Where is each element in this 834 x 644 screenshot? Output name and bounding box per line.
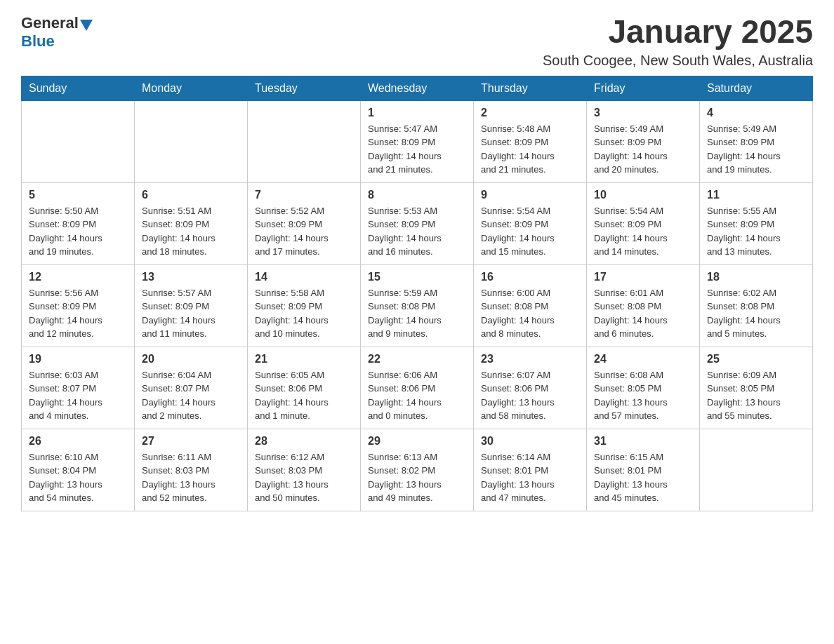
logo-general: General (21, 14, 79, 32)
day-info: Sunrise: 5:51 AMSunset: 8:09 PMDaylight:… (142, 204, 240, 259)
page-header: General Blue January 2025 South Coogee, … (21, 14, 813, 69)
weekday-header-sunday: Sunday (22, 76, 135, 100)
day-info: Sunrise: 5:53 AMSunset: 8:09 PMDaylight:… (368, 204, 466, 259)
day-info: Sunrise: 6:01 AMSunset: 8:08 PMDaylight:… (594, 286, 692, 341)
day-info: Sunrise: 6:00 AMSunset: 8:08 PMDaylight:… (481, 286, 579, 341)
calendar-cell: 3Sunrise: 5:49 AMSunset: 8:09 PMDaylight… (587, 100, 700, 182)
weekday-header-saturday: Saturday (700, 76, 813, 100)
calendar-cell (248, 100, 361, 182)
day-number: 30 (481, 435, 579, 448)
calendar-cell: 11Sunrise: 5:55 AMSunset: 8:09 PMDayligh… (700, 182, 813, 264)
logo-arrow-icon (80, 20, 93, 31)
weekday-header-monday: Monday (135, 76, 248, 100)
day-info: Sunrise: 6:12 AMSunset: 8:03 PMDaylight:… (255, 450, 353, 505)
calendar-week-2: 5Sunrise: 5:50 AMSunset: 8:09 PMDaylight… (22, 182, 813, 264)
day-info: Sunrise: 6:02 AMSunset: 8:08 PMDaylight:… (707, 286, 805, 341)
day-number: 23 (481, 353, 579, 365)
calendar-week-3: 12Sunrise: 5:56 AMSunset: 8:09 PMDayligh… (22, 264, 813, 347)
day-number: 5 (29, 189, 127, 201)
day-number: 18 (707, 271, 805, 283)
calendar-cell: 17Sunrise: 6:01 AMSunset: 8:08 PMDayligh… (587, 264, 700, 347)
day-info: Sunrise: 6:10 AMSunset: 8:04 PMDaylight:… (29, 450, 127, 505)
calendar-header-row: SundayMondayTuesdayWednesdayThursdayFrid… (22, 76, 813, 100)
calendar-cell: 4Sunrise: 5:49 AMSunset: 8:09 PMDaylight… (700, 100, 813, 182)
logo: General Blue (21, 14, 93, 51)
day-info: Sunrise: 6:15 AMSunset: 8:01 PMDaylight:… (594, 450, 692, 505)
day-info: Sunrise: 6:06 AMSunset: 8:06 PMDaylight:… (368, 368, 466, 423)
day-info: Sunrise: 5:49 AMSunset: 8:09 PMDaylight:… (594, 122, 692, 177)
day-info: Sunrise: 6:05 AMSunset: 8:06 PMDaylight:… (255, 368, 353, 423)
day-number: 22 (368, 353, 466, 365)
day-number: 2 (481, 107, 579, 119)
calendar-cell: 13Sunrise: 5:57 AMSunset: 8:09 PMDayligh… (135, 264, 248, 347)
day-number: 27 (142, 435, 240, 448)
day-number: 9 (481, 189, 579, 201)
calendar-week-4: 19Sunrise: 6:03 AMSunset: 8:07 PMDayligh… (22, 347, 813, 429)
day-number: 25 (707, 353, 805, 365)
day-info: Sunrise: 6:04 AMSunset: 8:07 PMDaylight:… (142, 368, 240, 423)
day-number: 10 (594, 189, 692, 201)
calendar-cell: 25Sunrise: 6:09 AMSunset: 8:05 PMDayligh… (700, 347, 813, 429)
calendar-cell: 15Sunrise: 5:59 AMSunset: 8:08 PMDayligh… (361, 264, 474, 347)
day-number: 14 (255, 271, 353, 283)
calendar-cell: 2Sunrise: 5:48 AMSunset: 8:09 PMDaylight… (474, 100, 587, 182)
day-info: Sunrise: 5:52 AMSunset: 8:09 PMDaylight:… (255, 204, 353, 259)
calendar-cell: 14Sunrise: 5:58 AMSunset: 8:09 PMDayligh… (248, 264, 361, 347)
weekday-header-tuesday: Tuesday (248, 76, 361, 100)
logo-blue: Blue (21, 32, 55, 50)
calendar-cell: 19Sunrise: 6:03 AMSunset: 8:07 PMDayligh… (22, 347, 135, 429)
calendar-cell: 20Sunrise: 6:04 AMSunset: 8:07 PMDayligh… (135, 347, 248, 429)
calendar-cell: 12Sunrise: 5:56 AMSunset: 8:09 PMDayligh… (22, 264, 135, 347)
calendar-cell: 31Sunrise: 6:15 AMSunset: 8:01 PMDayligh… (587, 429, 700, 511)
day-info: Sunrise: 5:49 AMSunset: 8:09 PMDaylight:… (707, 122, 805, 177)
calendar-cell: 29Sunrise: 6:13 AMSunset: 8:02 PMDayligh… (361, 429, 474, 511)
calendar-cell: 21Sunrise: 6:05 AMSunset: 8:06 PMDayligh… (248, 347, 361, 429)
day-number: 4 (707, 107, 805, 119)
calendar-cell: 23Sunrise: 6:07 AMSunset: 8:06 PMDayligh… (474, 347, 587, 429)
calendar-cell: 22Sunrise: 6:06 AMSunset: 8:06 PMDayligh… (361, 347, 474, 429)
day-number: 28 (255, 435, 353, 448)
day-info: Sunrise: 5:50 AMSunset: 8:09 PMDaylight:… (29, 204, 127, 259)
calendar-cell: 5Sunrise: 5:50 AMSunset: 8:09 PMDaylight… (22, 182, 135, 264)
calendar-cell: 26Sunrise: 6:10 AMSunset: 8:04 PMDayligh… (22, 429, 135, 511)
calendar-table: SundayMondayTuesdayWednesdayThursdayFrid… (21, 76, 813, 511)
day-info: Sunrise: 5:47 AMSunset: 8:09 PMDaylight:… (368, 122, 466, 177)
day-info: Sunrise: 6:09 AMSunset: 8:05 PMDaylight:… (707, 368, 805, 423)
day-number: 13 (142, 271, 240, 283)
day-info: Sunrise: 6:08 AMSunset: 8:05 PMDaylight:… (594, 368, 692, 423)
month-title: January 2025 (543, 14, 813, 50)
calendar-cell: 8Sunrise: 5:53 AMSunset: 8:09 PMDaylight… (361, 182, 474, 264)
weekday-header-friday: Friday (587, 76, 700, 100)
calendar-cell: 9Sunrise: 5:54 AMSunset: 8:09 PMDaylight… (474, 182, 587, 264)
day-number: 24 (594, 353, 692, 365)
calendar-cell: 28Sunrise: 6:12 AMSunset: 8:03 PMDayligh… (248, 429, 361, 511)
day-number: 3 (594, 107, 692, 119)
calendar-cell: 16Sunrise: 6:00 AMSunset: 8:08 PMDayligh… (474, 264, 587, 347)
day-number: 8 (368, 189, 466, 201)
day-info: Sunrise: 5:48 AMSunset: 8:09 PMDaylight:… (481, 122, 579, 177)
day-info: Sunrise: 6:14 AMSunset: 8:01 PMDaylight:… (481, 450, 579, 505)
calendar-cell (22, 100, 135, 182)
day-number: 31 (594, 435, 692, 448)
day-number: 29 (368, 435, 466, 448)
weekday-header-thursday: Thursday (474, 76, 587, 100)
calendar-cell: 1Sunrise: 5:47 AMSunset: 8:09 PMDaylight… (361, 100, 474, 182)
day-number: 16 (481, 271, 579, 283)
day-number: 20 (142, 353, 240, 365)
day-info: Sunrise: 5:55 AMSunset: 8:09 PMDaylight:… (707, 204, 805, 259)
calendar-cell (135, 100, 248, 182)
day-number: 11 (707, 189, 805, 201)
day-info: Sunrise: 5:54 AMSunset: 8:09 PMDaylight:… (594, 204, 692, 259)
day-number: 1 (368, 107, 466, 119)
calendar-cell: 6Sunrise: 5:51 AMSunset: 8:09 PMDaylight… (135, 182, 248, 264)
calendar-cell: 27Sunrise: 6:11 AMSunset: 8:03 PMDayligh… (135, 429, 248, 511)
day-info: Sunrise: 5:58 AMSunset: 8:09 PMDaylight:… (255, 286, 353, 341)
day-number: 21 (255, 353, 353, 365)
day-info: Sunrise: 5:57 AMSunset: 8:09 PMDaylight:… (142, 286, 240, 341)
day-info: Sunrise: 5:56 AMSunset: 8:09 PMDaylight:… (29, 286, 127, 341)
day-info: Sunrise: 6:11 AMSunset: 8:03 PMDaylight:… (142, 450, 240, 505)
calendar-week-1: 1Sunrise: 5:47 AMSunset: 8:09 PMDaylight… (22, 100, 813, 182)
day-info: Sunrise: 5:54 AMSunset: 8:09 PMDaylight:… (481, 204, 579, 259)
calendar-week-5: 26Sunrise: 6:10 AMSunset: 8:04 PMDayligh… (22, 429, 813, 511)
calendar-cell: 18Sunrise: 6:02 AMSunset: 8:08 PMDayligh… (700, 264, 813, 347)
